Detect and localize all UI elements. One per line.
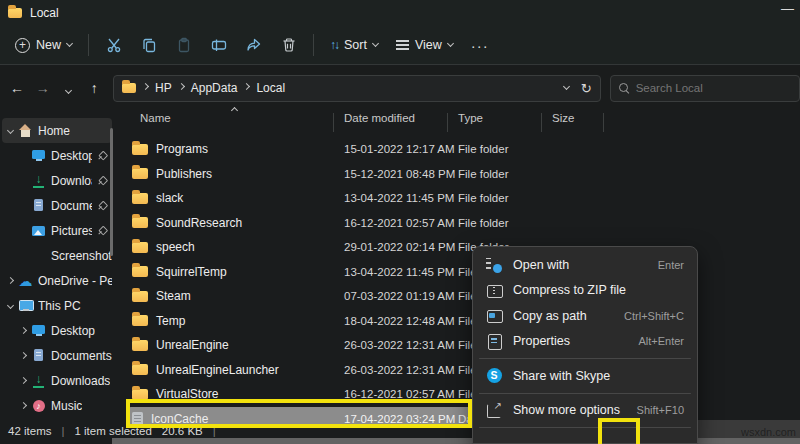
context-menu-item[interactable]	[479, 393, 691, 394]
file-icon	[132, 340, 148, 351]
column-divider[interactable]	[333, 113, 334, 132]
file-icon	[132, 217, 148, 228]
cut-button[interactable]	[96, 30, 131, 60]
expand-chevron-icon[interactable]	[7, 127, 14, 134]
sidebar-item[interactable]: Desktop	[2, 143, 112, 168]
expand-chevron-icon[interactable]	[7, 277, 14, 284]
refresh-icon[interactable]: ↻	[581, 81, 592, 96]
column-header-name[interactable]: Name	[128, 112, 338, 134]
recent-locations-button[interactable]	[56, 80, 82, 96]
context-menu-item[interactable]: Copy as path Ctrl+Shift+C	[477, 303, 693, 329]
selection-size: 20.6 KB	[162, 425, 203, 437]
sidebar-scrollbar[interactable]	[110, 128, 113, 256]
sidebar-item[interactable]: Documents	[2, 193, 112, 218]
expand-chevron-icon[interactable]	[20, 377, 27, 384]
chevron-right-icon	[142, 83, 149, 90]
sidebar-item[interactable]: Downloads	[2, 368, 112, 393]
status-separator: |	[61, 425, 64, 437]
breadcrumb-segment[interactable]: AppData	[179, 81, 238, 95]
copy-button[interactable]	[131, 30, 166, 60]
column-divider[interactable]	[603, 113, 604, 132]
sidebar-item-icon	[18, 124, 33, 138]
breadcrumb-segment[interactable]: Local	[244, 81, 285, 95]
file-name-cell: VirtualStore	[128, 387, 338, 401]
delete-button[interactable]	[271, 30, 306, 60]
column-divider[interactable]	[541, 113, 542, 132]
file-row[interactable]: slack 13-04-2022 11:45 PM File folder	[128, 186, 640, 211]
search-box[interactable]	[610, 75, 800, 102]
file-row[interactable]: Programs 15-01-2022 12:17 AM File folder	[128, 137, 640, 162]
sidebar-item[interactable]: Desktop	[2, 318, 112, 343]
sidebar-item-label: Documents	[51, 349, 112, 363]
share-icon	[245, 37, 262, 54]
column-header-type[interactable]: Type	[452, 112, 546, 134]
file-name-cell: Publishers	[128, 167, 338, 181]
column-header-size[interactable]: Size	[546, 112, 608, 134]
file-name-cell: speech	[128, 240, 338, 254]
context-menu-item[interactable]: Properties Alt+Enter	[477, 329, 693, 355]
menu-item-icon	[486, 333, 502, 349]
file-icon	[132, 266, 148, 277]
breadcrumb-label[interactable]: HP	[155, 81, 172, 95]
sort-button[interactable]: ↑↓ Sort	[321, 30, 387, 60]
context-menu-item[interactable]: Open with Enter	[477, 252, 693, 278]
sidebar-item-label: Music	[51, 399, 82, 413]
sidebar-item[interactable]: Music	[2, 393, 112, 418]
menu-item-label: Show more options	[513, 403, 620, 417]
context-menu-item[interactable]	[479, 427, 691, 428]
rename-button[interactable]	[201, 30, 236, 60]
sidebar-item-icon	[31, 324, 46, 338]
file-name: Publishers	[156, 167, 212, 181]
sidebar-item[interactable]: Documents	[2, 343, 112, 368]
more-options-button[interactable]: ···	[462, 30, 498, 60]
quick-action-button[interactable]	[653, 439, 683, 444]
chevron-down-icon	[66, 40, 73, 47]
sidebar-item[interactable]: OneDrive - Perso	[2, 268, 112, 293]
breadcrumb-label[interactable]: AppData	[191, 81, 238, 95]
menu-item-shortcut: Enter	[658, 259, 684, 271]
file-icon	[132, 291, 148, 302]
context-menu-items: Open with Enter Compress to ZIP file Cop…	[477, 252, 693, 428]
context-menu-item[interactable]: Compress to ZIP file	[477, 278, 693, 304]
up-button[interactable]: ↑	[81, 80, 107, 96]
address-dropdown-chevron-icon[interactable]	[563, 83, 570, 90]
tab-label[interactable]: Local	[30, 6, 59, 20]
sidebar-item[interactable]: Screenshots	[2, 243, 112, 268]
expand-chevron-icon[interactable]	[20, 327, 27, 334]
sidebar-item[interactable]: Downloads	[2, 168, 112, 193]
search-input[interactable]	[636, 82, 766, 94]
sidebar-item[interactable]: This PC	[2, 293, 112, 318]
file-icon	[132, 389, 148, 400]
column-header-date-modified[interactable]: Date modified	[338, 112, 452, 134]
expand-chevron-icon[interactable]	[7, 302, 14, 309]
sidebar-item-label: Downloads	[51, 374, 110, 388]
breadcrumb-segment[interactable]: HP	[143, 81, 172, 95]
new-button[interactable]: + New	[6, 30, 81, 60]
column-divider[interactable]	[447, 113, 448, 132]
breadcrumb-label[interactable]: Local	[256, 81, 285, 95]
titlebar: Local —	[0, 0, 800, 26]
forward-button[interactable]: →	[30, 80, 56, 96]
context-menu-item[interactable]: Show more options Shift+F10	[477, 398, 693, 424]
context-menu-item[interactable]	[479, 358, 691, 359]
items-count: 42 items	[8, 425, 51, 437]
sidebar-item-label: Desktop	[51, 324, 95, 338]
share-button[interactable]	[236, 30, 271, 60]
file-row[interactable]: Publishers 15-12-2021 08:48 PM File fold…	[128, 162, 640, 187]
minimize-button[interactable]: —	[781, 1, 794, 16]
menu-item-icon	[486, 308, 502, 324]
file-name: Steam	[156, 289, 191, 303]
file-row[interactable]: SoundResearch 16-12-2021 02:57 AM File f…	[128, 211, 640, 236]
context-menu-item[interactable]: Share with Skype	[477, 363, 693, 389]
quick-action-button[interactable]	[487, 439, 517, 444]
quick-action-button[interactable]	[612, 439, 642, 444]
quick-action-button[interactable]	[570, 439, 600, 444]
address-bar[interactable]: HP AppData Local ↻	[113, 75, 601, 102]
back-button[interactable]: ←	[4, 80, 30, 96]
expand-chevron-icon[interactable]	[20, 402, 27, 409]
view-button[interactable]: View	[387, 30, 462, 60]
quick-action-button[interactable]	[529, 439, 559, 444]
expand-chevron-icon[interactable]	[20, 352, 27, 359]
sidebar-item[interactable]: Home	[2, 118, 112, 143]
sidebar-item[interactable]: Pictures	[2, 218, 112, 243]
